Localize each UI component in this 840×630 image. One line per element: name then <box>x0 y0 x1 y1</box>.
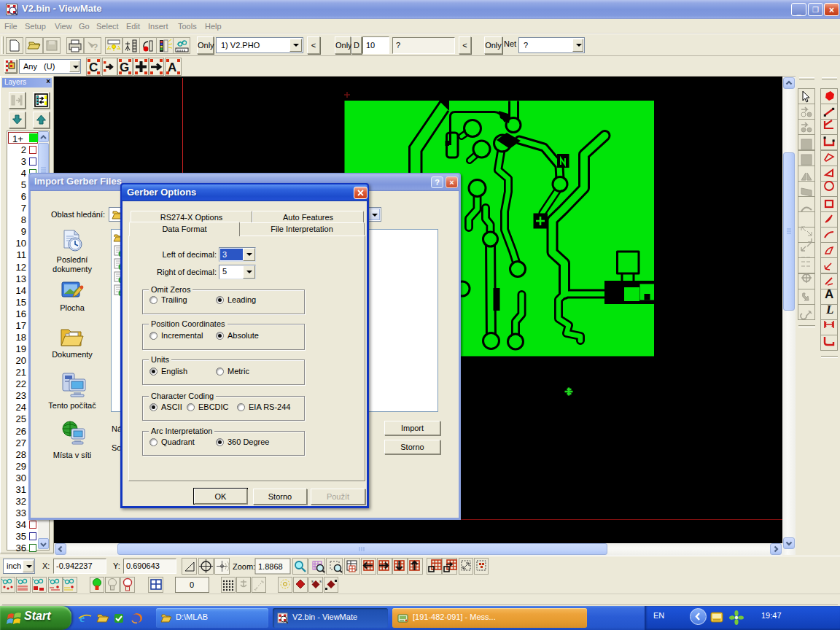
svg-text:A: A <box>168 61 176 74</box>
svg-text:1.8868: 1.8868 <box>258 562 283 571</box>
svg-text:Zoom:: Zoom: <box>233 562 255 571</box>
svg-text:L: L <box>825 303 833 316</box>
svg-text:G: G <box>120 61 129 74</box>
svg-text:0: 0 <box>190 580 194 589</box>
svg-text:C: C <box>89 61 98 74</box>
svg-text:s: s <box>311 579 314 583</box>
svg-text:s: s <box>319 579 322 583</box>
svg-text:?: ? <box>93 42 98 52</box>
svg-text:A: A <box>825 287 833 301</box>
